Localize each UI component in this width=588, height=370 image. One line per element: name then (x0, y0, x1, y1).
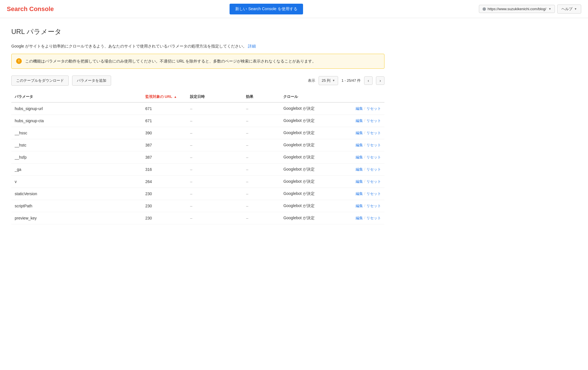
cell-param: scriptPath (11, 200, 142, 212)
add-parameter-button[interactable]: パラメータを追加 (72, 76, 111, 86)
edit-link[interactable]: 編集 (356, 130, 363, 135)
cell-crawl: Googlebot が決定 (280, 200, 347, 212)
cell-url: 387 (142, 139, 187, 151)
reset-link[interactable]: リセット (366, 155, 381, 160)
table-row: staticVersion 230 – – Googlebot が決定 編集 /… (11, 188, 384, 200)
cell-url: 230 (142, 200, 187, 212)
table-row: preview_key 230 – – Googlebot が決定 編集 / リ… (11, 212, 384, 224)
reset-link[interactable]: リセット (366, 203, 381, 208)
edit-link[interactable]: 編集 (356, 191, 363, 196)
cell-crawl: Googlebot が決定 (280, 212, 347, 224)
cell-actions: 編集 / リセット (347, 102, 384, 115)
cell-param: __hssc (11, 127, 142, 139)
edit-link[interactable]: 編集 (356, 143, 363, 148)
reset-link[interactable]: リセット (366, 179, 381, 184)
new-console-button[interactable]: 新しい Search Console を使用する (230, 4, 303, 14)
cell-date: – (187, 151, 243, 163)
next-page-button[interactable]: › (376, 76, 384, 85)
cell-param: v (11, 175, 142, 188)
action-separator: / (364, 216, 365, 221)
cell-actions: 編集 / リセット (347, 151, 384, 163)
parameters-table: パラメータ 監視対象の URL ▲ 設定日時 効果 クロール hub (11, 91, 384, 224)
cell-crawl: Googlebot が決定 (280, 151, 347, 163)
cell-actions: 編集 / リセット (347, 139, 384, 151)
cell-actions: 編集 / リセット (347, 200, 384, 212)
table-row: _ga 316 – – Googlebot が決定 編集 / リセット (11, 163, 384, 175)
header-right: https://www.suzukikenichi.com/blog/ ▼ ヘル… (479, 5, 581, 14)
cell-url: 387 (142, 151, 187, 163)
cell-url: 671 (142, 102, 187, 115)
warning-box: ! この機能はパラメータの動作を把握している場合にのみ使用してください。不適切に… (11, 54, 384, 68)
table-row: __hssc 390 – – Googlebot が決定 編集 / リセット (11, 127, 384, 139)
url-selector[interactable]: https://www.suzukikenichi.com/blog/ ▼ (479, 5, 555, 13)
reset-link[interactable]: リセット (366, 130, 381, 135)
col-header-actions (347, 91, 384, 102)
cell-actions: 編集 / リセット (347, 127, 384, 139)
cell-crawl: Googlebot が決定 (280, 163, 347, 175)
cell-param: preview_key (11, 212, 142, 224)
cell-crawl: Googlebot が決定 (280, 115, 347, 127)
action-separator: / (364, 143, 365, 148)
cell-param: hubs_signup-cta (11, 115, 142, 127)
reset-link[interactable]: リセット (366, 167, 381, 172)
action-separator: / (364, 155, 365, 160)
action-separator: / (364, 203, 365, 208)
col-header-date: 設定日時 (187, 91, 243, 102)
reset-link[interactable]: リセット (366, 216, 381, 221)
url-dot-icon (483, 7, 486, 11)
edit-link[interactable]: 編集 (356, 155, 363, 160)
reset-link[interactable]: リセット (366, 118, 381, 123)
rows-per-page-select[interactable]: 25 列 ▼ (319, 76, 338, 85)
download-table-button[interactable]: このテーブルをダウンロード (11, 76, 69, 86)
help-button[interactable]: ヘルプ ▼ (557, 5, 581, 14)
col-header-crawl: クロール (280, 91, 347, 102)
table-row: hubs_signup-cta 671 – – Googlebot が決定 編集… (11, 115, 384, 127)
cell-effect: – (243, 151, 280, 163)
edit-link[interactable]: 編集 (356, 118, 363, 123)
reset-link[interactable]: リセット (366, 191, 381, 196)
table-row: hubs_signup-url 671 – – Googlebot が決定 編集… (11, 102, 384, 115)
cell-effect: – (243, 115, 280, 127)
help-chevron-icon: ▼ (574, 7, 577, 10)
cell-date: – (187, 115, 243, 127)
table-row: __hstc 387 – – Googlebot が決定 編集 / リセット (11, 139, 384, 151)
action-separator: / (364, 130, 365, 135)
cell-param: _ga (11, 163, 142, 175)
col-header-param: パラメータ (11, 91, 142, 102)
action-separator: / (364, 118, 365, 123)
cell-param: staticVersion (11, 188, 142, 200)
cell-date: – (187, 188, 243, 200)
page-title: URL パラメータ (11, 27, 384, 36)
cell-date: – (187, 139, 243, 151)
cell-url: 230 (142, 212, 187, 224)
detail-link[interactable]: 詳細 (248, 44, 256, 48)
reset-link[interactable]: リセット (366, 143, 381, 148)
action-separator: / (364, 106, 365, 111)
cell-effect: – (243, 212, 280, 224)
edit-link[interactable]: 編集 (356, 179, 363, 184)
cell-url: 316 (142, 163, 187, 175)
cell-crawl: Googlebot が決定 (280, 127, 347, 139)
reset-link[interactable]: リセット (366, 106, 381, 111)
action-separator: / (364, 191, 365, 196)
cell-effect: – (243, 127, 280, 139)
cell-crawl: Googlebot が決定 (280, 188, 347, 200)
cell-url: 264 (142, 175, 187, 188)
cell-effect: – (243, 188, 280, 200)
cell-effect: – (243, 200, 280, 212)
cell-effect: – (243, 175, 280, 188)
toolbar: このテーブルをダウンロード パラメータを追加 表示 25 列 ▼ 1 - 25/… (11, 76, 384, 86)
header-center: 新しい Search Console を使用する (54, 4, 479, 14)
table-row: scriptPath 230 – – Googlebot が決定 編集 / リセ… (11, 200, 384, 212)
prev-page-button[interactable]: ‹ (364, 76, 373, 85)
edit-link[interactable]: 編集 (356, 216, 363, 221)
app-title: Search Console (7, 5, 54, 13)
cell-actions: 編集 / リセット (347, 175, 384, 188)
table-body: hubs_signup-url 671 – – Googlebot が決定 編集… (11, 102, 384, 224)
url-text: https://www.suzukikenichi.com/blog/ (488, 7, 546, 11)
edit-link[interactable]: 編集 (356, 106, 363, 111)
edit-link[interactable]: 編集 (356, 203, 363, 208)
edit-link[interactable]: 編集 (356, 167, 363, 172)
cell-url: 390 (142, 127, 187, 139)
col-header-url[interactable]: 監視対象の URL ▲ (142, 91, 187, 102)
